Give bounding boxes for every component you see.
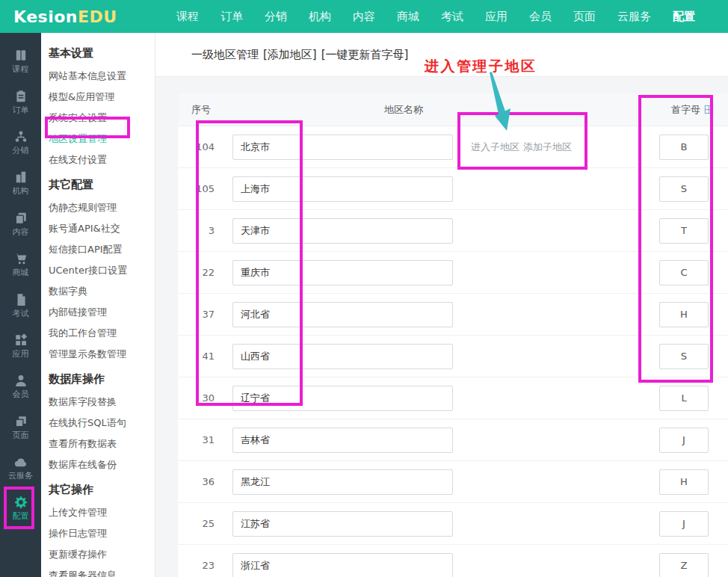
add-region-link[interactable]: [添加地区]	[263, 48, 317, 62]
menu-item-refresh-cache[interactable]: 更新缓存操作	[49, 548, 155, 561]
menu-item-internal-links[interactable]: 内部链接管理	[49, 306, 155, 319]
menu-item-site-basic-info[interactable]: 网站基本信息设置	[49, 70, 155, 83]
menu-item-online-payment[interactable]: 在线支付设置	[49, 153, 155, 167]
menu-item-operation-logs[interactable]: 操作日志管理	[49, 527, 155, 540]
sidebar-item-label: 配置	[13, 512, 29, 521]
nav-pages[interactable]: 页面	[573, 10, 596, 24]
initial-letter-input[interactable]	[659, 511, 709, 537]
page-header: 一级地区管理 [添加地区] [一键更新首字母]	[155, 33, 728, 77]
region-name-input[interactable]	[232, 176, 453, 202]
nav-cloud[interactable]: 云服务	[617, 10, 651, 24]
sidebar-item-pages[interactable]: 页面	[0, 407, 41, 448]
nav-courses[interactable]: 课程	[176, 10, 199, 24]
menu-item-system-security[interactable]: 系统安全设置	[49, 111, 155, 125]
menu-section-title: 其它操作	[49, 483, 155, 497]
initial-letter-input[interactable]	[659, 344, 709, 369]
region-name-input[interactable]	[232, 553, 453, 577]
region-name-cell	[232, 135, 463, 160]
initial-letter-input[interactable]	[659, 135, 709, 160]
book-icon	[14, 49, 28, 62]
menu-item-server-info[interactable]: 查看服务器信息	[49, 569, 155, 577]
sidebar-item-orders[interactable]: 订单	[0, 81, 41, 122]
user-icon	[14, 374, 28, 387]
region-id: 23	[178, 560, 232, 571]
initial-letter-input[interactable]	[659, 260, 709, 286]
sidebar-item-label: 会员	[13, 390, 29, 399]
region-name-input[interactable]	[232, 469, 453, 495]
region-id: 41	[178, 351, 232, 362]
main-content: 一级地区管理 [添加地区] [一键更新首字母] 序号 地区名称 首字母 104	[155, 33, 728, 577]
sidebar-item-distribution[interactable]: 分销	[0, 123, 41, 163]
initial-letter-input[interactable]	[659, 553, 709, 577]
menu-item-run-sql-online[interactable]: 在线执行SQL语句	[49, 416, 155, 430]
region-id: 104	[178, 141, 232, 152]
sidebar-item-organization[interactable]: 机构	[0, 163, 41, 203]
sidebar-item-label: 考试	[13, 309, 29, 318]
initial-letter-input[interactable]	[659, 469, 709, 495]
nav-members[interactable]: 会员	[529, 10, 552, 24]
region-id: 22	[178, 267, 232, 278]
sidebar-item-apps[interactable]: 应用	[0, 326, 41, 366]
region-letter-cell	[629, 553, 728, 577]
initial-letter-input[interactable]	[659, 218, 709, 244]
menu-item-pseudo-static-rules[interactable]: 伪静态规则管理	[49, 201, 155, 215]
menu-item-upload-file-management[interactable]: 上传文件管理	[49, 506, 155, 519]
menu-item-my-workbench[interactable]: 我的工作台管理	[49, 327, 155, 340]
nav-distribution[interactable]: 分销	[265, 10, 287, 24]
region-name-input[interactable]	[232, 135, 453, 160]
region-id: 105	[178, 183, 232, 194]
menu-item-account-api-social[interactable]: 账号通API&社交	[49, 222, 155, 235]
nav-config[interactable]: 配置	[673, 10, 695, 24]
sidebar-item-exam[interactable]: 考试	[0, 285, 41, 325]
menu-item-db-field-replace[interactable]: 数据库字段替换	[49, 395, 155, 409]
sidebar-item-config[interactable]: 配置	[0, 488, 41, 528]
region-name-input[interactable]	[232, 260, 453, 286]
region-name-input[interactable]	[232, 428, 453, 453]
region-id: 36	[178, 476, 232, 487]
initial-letter-input[interactable]	[659, 302, 709, 327]
menu-item-sms-api-config[interactable]: 短信接口API配置	[49, 243, 155, 256]
region-letter-cell	[629, 511, 728, 537]
menu-item-db-online-backup[interactable]: 数据库在线备份	[49, 458, 155, 472]
region-name-input[interactable]	[232, 344, 453, 369]
region-id: 31	[178, 434, 232, 445]
region-letter-cell	[629, 386, 728, 411]
sidebar-item-members[interactable]: 会员	[0, 366, 41, 407]
app-logo[interactable]: KesionEDU	[0, 7, 155, 26]
menu-item-admin-display-count[interactable]: 管理显示条数管理	[49, 348, 155, 361]
nav-orders[interactable]: 订单	[220, 10, 243, 24]
sidebar-item-content[interactable]: 内容	[0, 204, 41, 244]
sitemap-icon	[14, 130, 28, 144]
sidebar-item-cloud[interactable]: 云服务	[0, 448, 41, 488]
gear-icon	[14, 496, 28, 509]
region-name-input[interactable]	[232, 511, 453, 537]
nav-mall[interactable]: 商城	[397, 10, 419, 24]
update-initials-link[interactable]: [一键更新首字母]	[321, 48, 409, 62]
initial-letter-input[interactable]	[659, 386, 709, 411]
region-letter-cell	[629, 218, 728, 244]
enter-subregion-link[interactable]: 进入子地区	[471, 141, 519, 152]
menu-item-region-settings[interactable]: 地区设置管理	[49, 132, 155, 146]
nav-apps[interactable]: 应用	[485, 10, 508, 24]
menu-item-model-app-management[interactable]: 模型&应用管理	[49, 90, 155, 104]
region-letter-cell	[629, 469, 728, 495]
initial-letter-input[interactable]	[659, 428, 709, 453]
nav-content[interactable]: 内容	[353, 10, 375, 24]
blocks-icon	[14, 333, 28, 347]
region-name-input[interactable]	[232, 218, 453, 244]
sidebar-item-mall[interactable]: 商城	[0, 244, 41, 285]
menu-item-ucenter-config[interactable]: UCenter接口设置	[49, 264, 155, 277]
menu-item-view-all-tables[interactable]: 查看所有数据表	[49, 437, 155, 451]
nav-exam[interactable]: 考试	[441, 10, 463, 24]
sidebar-item-courses[interactable]: 课程	[0, 41, 41, 81]
nav-organization[interactable]: 机构	[309, 10, 331, 24]
region-id: 25	[178, 518, 232, 529]
add-subregion-link[interactable]: 添加子地区	[523, 141, 572, 152]
menu-item-data-dictionary[interactable]: 数据字典	[49, 285, 155, 298]
region-name-input[interactable]	[232, 386, 453, 411]
initial-letter-input[interactable]	[659, 176, 709, 202]
region-name-input[interactable]	[232, 302, 453, 327]
pages-icon	[14, 415, 28, 428]
main-sidebar: 课程订单分销机构内容商城考试应用会员页面云服务配置	[0, 33, 41, 577]
cloud-icon	[14, 455, 28, 469]
